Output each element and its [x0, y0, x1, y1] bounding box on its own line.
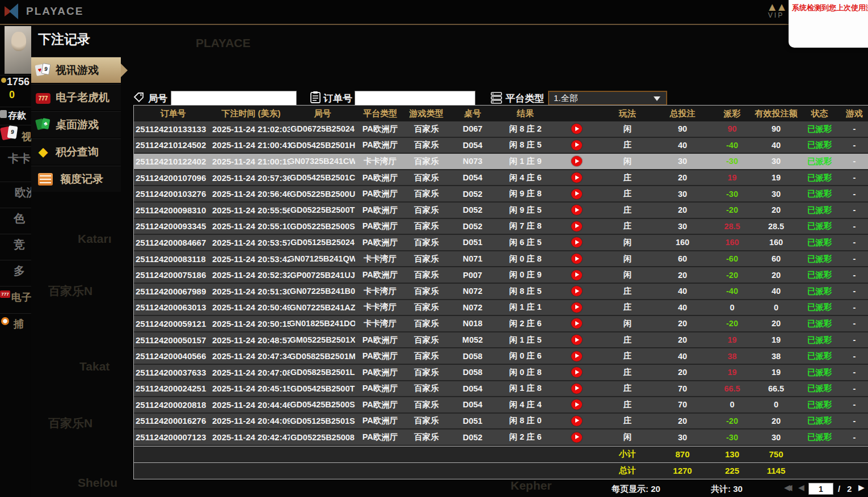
cell-valid_bet: 60: [754, 251, 798, 267]
play-video-icon[interactable]: [571, 399, 582, 410]
sidebar-item-video-games[interactable]: ♥9 视讯游戏: [31, 57, 121, 83]
cell-table_no: D052: [448, 186, 498, 201]
lobby-category-dianzi[interactable]: 电子: [0, 290, 31, 304]
table-row[interactable]: 2511242000242512025-11-24 20:45:15GD0542…: [134, 381, 868, 398]
lobby-category-kaka[interactable]: 卡卡: [0, 151, 31, 166]
cell-game: -: [841, 365, 868, 380]
cell-payout: 0: [710, 397, 754, 412]
play-video-icon[interactable]: [571, 302, 582, 313]
play-video-icon[interactable]: [571, 384, 582, 394]
table-row[interactable]: 2511242001032762025-11-24 20:56:46GD0522…: [134, 186, 868, 203]
deposit-button[interactable]: 存款: [0, 110, 31, 122]
cell-platform: 卡卡湾厅: [355, 154, 405, 169]
play-video-icon[interactable]: [571, 172, 582, 183]
cell-order: 251124200084667: [134, 235, 212, 250]
cell-status: 已派彩: [798, 186, 841, 201]
cell-result: 闲 1 庄 9: [498, 154, 553, 169]
play-video-icon[interactable]: [571, 254, 582, 264]
play-video-icon[interactable]: [571, 318, 582, 328]
cell-payout: 90: [710, 121, 754, 137]
cell-time: 2025-11-24 20:47:08: [212, 365, 290, 380]
cell-table_no: N071: [448, 251, 498, 267]
order-number-input[interactable]: [355, 91, 475, 106]
play-video-icon[interactable]: [571, 416, 582, 426]
lobby-category-se[interactable]: 色: [0, 211, 31, 226]
play-video-icon[interactable]: [571, 189, 582, 199]
sidebar-item-points-query[interactable]: ◆ 积分查询: [31, 138, 121, 165]
table-row[interactable]: 2511242000162762025-11-24 20:44:09GD0512…: [134, 414, 868, 430]
sidebar-item-slots[interactable]: 777 电子老虎机: [31, 84, 121, 110]
lobby-category-jing[interactable]: 竞: [0, 237, 31, 252]
cell-order: 251124200016276: [134, 414, 212, 429]
play-video-icon[interactable]: [571, 367, 582, 377]
cell-round: GD05825B2501M: [290, 348, 355, 364]
play-video-icon[interactable]: [571, 351, 582, 361]
sidebar-item-table-games[interactable]: ♣ 桌面游戏: [31, 111, 121, 137]
cell-order: 251124200059121: [134, 316, 212, 331]
table-row[interactable]: 2511242001070962025-11-24 20:57:36GD0542…: [134, 170, 868, 187]
cell-valid_bet: 20: [754, 414, 798, 429]
lobby-category-duo[interactable]: 多: [0, 263, 31, 279]
cell-status: 已派彩: [798, 414, 841, 429]
cell-order: 251124210122402: [134, 154, 212, 169]
cell-result: 闲 1 庄 1: [498, 300, 553, 315]
table-row[interactable]: 2511242000846672025-11-24 20:53:57GD0512…: [134, 235, 868, 251]
cell-status: 已派彩: [798, 267, 841, 283]
play-video-icon[interactable]: [571, 432, 582, 443]
play-video-icon[interactable]: [571, 140, 582, 150]
cell-bet_side: 闲: [600, 121, 655, 137]
table-row[interactable]: 2511242000591212025-11-24 20:50:15GN0182…: [134, 316, 868, 332]
table-row[interactable]: 2511242101245022025-11-24 21:00:41GD0542…: [134, 138, 868, 154]
table-row[interactable]: 2511242000405662025-11-24 20:47:34GD0582…: [134, 348, 868, 365]
table-row[interactable]: 2511242101224022025-11-24 21:00:19GN0732…: [134, 154, 868, 170]
play-video-icon[interactable]: [571, 270, 582, 280]
avatar[interactable]: [5, 26, 31, 74]
next-page-icon[interactable]: [858, 483, 865, 492]
play-video-icon[interactable]: [571, 335, 582, 345]
table-row[interactable]: 2511242000630132025-11-24 20:50:49GN0722…: [134, 300, 868, 317]
sidebar-item-quota-records[interactable]: 额度记录: [31, 166, 121, 192]
play-video-icon[interactable]: [571, 124, 582, 134]
play-video-icon[interactable]: [571, 221, 582, 231]
cell-platform: 卡卡湾厅: [355, 284, 405, 299]
table-row[interactable]: 2511242000679892025-11-24 20:51:30GN0722…: [134, 284, 868, 300]
ghost-label: PLAYACE: [196, 36, 251, 50]
cell-result: 闲 2 庄 6: [498, 429, 553, 445]
cell-total_bet: 40: [655, 300, 710, 315]
system-notice-popup[interactable]: 系统检测到您上次使用浏: [789, 0, 868, 48]
lobby-category-ouzhou[interactable]: 欧洲: [0, 185, 31, 200]
play-video-icon[interactable]: [571, 286, 582, 296]
vip-logo: ▲▲ VIP: [760, 2, 792, 19]
lobby-tab-video[interactable]: 视: [0, 130, 31, 144]
first-page-icon[interactable]: [784, 483, 789, 492]
table-row[interactable]: 2511242000933452025-11-24 20:55:10GD0522…: [134, 219, 868, 235]
table-row[interactable]: 2511242000831182025-11-24 20:53:42GN0712…: [134, 251, 868, 268]
cell-play: [553, 203, 600, 218]
table-row[interactable]: 2511242000501572025-11-24 20:48:57GM0522…: [134, 332, 868, 349]
cell-payout: -60: [710, 251, 754, 267]
cell-play: [553, 138, 600, 153]
lobby-category-bu[interactable]: 捕: [0, 317, 31, 331]
table-row[interactable]: 2511242101331332025-11-24 21:02:03GD0672…: [134, 121, 868, 138]
brand-logo: PLAYACE: [5, 3, 83, 19]
table-row[interactable]: 2511242000071232025-11-24 20:42:47GD0522…: [134, 429, 868, 446]
cell-status: 已派彩: [798, 219, 841, 234]
play-video-icon[interactable]: [571, 156, 582, 166]
cell-total_bet: 20: [655, 365, 710, 380]
cell-round: GN07325B241CW: [290, 154, 355, 169]
platform-type-dropdown[interactable]: 1.全部: [548, 91, 667, 106]
prev-page-icon[interactable]: [798, 483, 804, 492]
play-video-icon[interactable]: [571, 237, 582, 247]
table-row[interactable]: 2511242000751862025-11-24 20:52:32GP0072…: [134, 267, 868, 284]
cell-valid_bet: 160: [754, 235, 798, 250]
cell-game_type: 百家乐: [405, 381, 448, 397]
video-cards-icon: ♥9: [36, 63, 50, 78]
table-row[interactable]: 2511242000983102025-11-24 20:55:56GD0522…: [134, 203, 868, 219]
play-video-icon[interactable]: [571, 205, 582, 215]
table-row[interactable]: 2511242000376332025-11-24 20:47:08GD0582…: [134, 365, 868, 381]
table-row[interactable]: 2511242000208182025-11-24 20:44:46GD0542…: [134, 397, 868, 414]
cell-platform: PA欧洲厅: [355, 414, 405, 429]
round-number-input[interactable]: [171, 91, 297, 106]
cell-play: [553, 381, 600, 397]
page-number-input[interactable]: [808, 483, 833, 495]
